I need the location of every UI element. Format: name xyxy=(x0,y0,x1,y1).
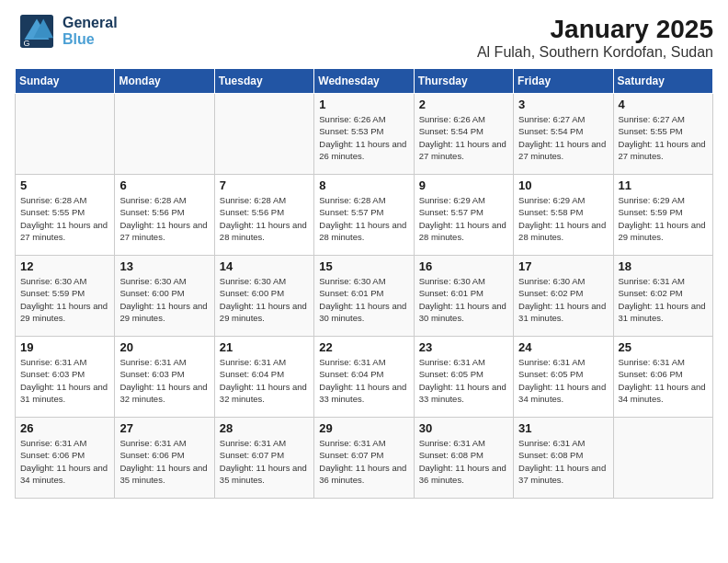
week-row-4: 19Sunrise: 6:31 AM Sunset: 6:03 PM Dayli… xyxy=(16,337,713,418)
day-cell: 18Sunrise: 6:31 AM Sunset: 6:02 PM Dayli… xyxy=(613,256,712,337)
day-number: 5 xyxy=(20,178,109,192)
day-info: Sunrise: 6:31 AM Sunset: 6:08 PM Dayligh… xyxy=(419,437,508,486)
day-info: Sunrise: 6:28 AM Sunset: 5:56 PM Dayligh… xyxy=(220,194,309,243)
day-cell: 30Sunrise: 6:31 AM Sunset: 6:08 PM Dayli… xyxy=(414,418,513,499)
day-info: Sunrise: 6:31 AM Sunset: 6:07 PM Dayligh… xyxy=(220,437,309,486)
day-cell: 20Sunrise: 6:31 AM Sunset: 6:03 PM Dayli… xyxy=(115,337,214,418)
day-cell: 8Sunrise: 6:28 AM Sunset: 5:57 PM Daylig… xyxy=(314,175,414,256)
day-cell xyxy=(613,418,712,499)
day-info: Sunrise: 6:31 AM Sunset: 6:03 PM Dayligh… xyxy=(20,356,109,405)
day-cell: 5Sunrise: 6:28 AM Sunset: 5:55 PM Daylig… xyxy=(16,175,115,256)
day-info: Sunrise: 6:31 AM Sunset: 6:04 PM Dayligh… xyxy=(220,356,309,405)
day-cell: 25Sunrise: 6:31 AM Sunset: 6:06 PM Dayli… xyxy=(613,337,712,418)
calendar-table: SundayMondayTuesdayWednesdayThursdayFrid… xyxy=(15,68,713,499)
day-cell: 10Sunrise: 6:29 AM Sunset: 5:58 PM Dayli… xyxy=(514,175,613,256)
day-info: Sunrise: 6:26 AM Sunset: 5:53 PM Dayligh… xyxy=(319,113,408,162)
day-cell: 22Sunrise: 6:31 AM Sunset: 6:04 PM Dayli… xyxy=(314,337,414,418)
week-row-5: 26Sunrise: 6:31 AM Sunset: 6:06 PM Dayli… xyxy=(16,418,713,499)
day-number: 14 xyxy=(220,259,309,273)
day-cell: 11Sunrise: 6:29 AM Sunset: 5:59 PM Dayli… xyxy=(613,175,712,256)
day-number: 30 xyxy=(419,421,508,435)
day-number: 3 xyxy=(518,98,608,111)
day-number: 20 xyxy=(119,340,209,354)
day-info: Sunrise: 6:30 AM Sunset: 5:59 PM Dayligh… xyxy=(20,275,109,324)
day-number: 9 xyxy=(419,178,508,192)
day-cell: 3Sunrise: 6:27 AM Sunset: 5:54 PM Daylig… xyxy=(514,94,613,175)
day-number: 16 xyxy=(419,259,508,273)
day-cell: 6Sunrise: 6:28 AM Sunset: 5:56 PM Daylig… xyxy=(115,175,214,256)
day-cell: 7Sunrise: 6:28 AM Sunset: 5:56 PM Daylig… xyxy=(214,175,313,256)
day-info: Sunrise: 6:31 AM Sunset: 6:06 PM Dayligh… xyxy=(20,437,109,486)
day-cell: 14Sunrise: 6:30 AM Sunset: 6:00 PM Dayli… xyxy=(214,256,313,337)
day-info: Sunrise: 6:29 AM Sunset: 5:58 PM Dayligh… xyxy=(518,194,608,243)
day-cell: 21Sunrise: 6:31 AM Sunset: 6:04 PM Dayli… xyxy=(214,337,313,418)
day-cell: 12Sunrise: 6:30 AM Sunset: 5:59 PM Dayli… xyxy=(16,256,115,337)
day-info: Sunrise: 6:30 AM Sunset: 6:00 PM Dayligh… xyxy=(119,275,209,324)
week-row-3: 12Sunrise: 6:30 AM Sunset: 5:59 PM Dayli… xyxy=(16,256,713,337)
day-number: 11 xyxy=(619,178,708,192)
day-cell xyxy=(214,94,313,175)
day-number: 17 xyxy=(518,259,608,273)
day-cell: 13Sunrise: 6:30 AM Sunset: 6:00 PM Dayli… xyxy=(115,256,214,337)
day-info: Sunrise: 6:31 AM Sunset: 6:03 PM Dayligh… xyxy=(119,356,209,405)
day-number: 8 xyxy=(319,178,408,192)
day-cell: 24Sunrise: 6:31 AM Sunset: 6:05 PM Dayli… xyxy=(514,337,613,418)
day-number: 4 xyxy=(619,98,708,111)
day-info: Sunrise: 6:31 AM Sunset: 6:05 PM Dayligh… xyxy=(518,356,608,405)
day-info: Sunrise: 6:31 AM Sunset: 6:05 PM Dayligh… xyxy=(419,356,508,405)
logo-name: General Blue xyxy=(63,15,118,47)
day-info: Sunrise: 6:26 AM Sunset: 5:54 PM Dayligh… xyxy=(419,113,508,162)
day-number: 19 xyxy=(20,340,109,354)
calendar-header-row: SundayMondayTuesdayWednesdayThursdayFrid… xyxy=(16,69,713,94)
day-cell: 26Sunrise: 6:31 AM Sunset: 6:06 PM Dayli… xyxy=(16,418,115,499)
day-number: 10 xyxy=(518,178,608,192)
day-number: 23 xyxy=(419,340,508,354)
week-row-1: 1Sunrise: 6:26 AM Sunset: 5:53 PM Daylig… xyxy=(16,94,713,175)
day-number: 26 xyxy=(20,421,109,435)
day-cell: 4Sunrise: 6:27 AM Sunset: 5:55 PM Daylig… xyxy=(613,94,712,175)
logo-line1: General xyxy=(63,15,118,30)
day-info: Sunrise: 6:30 AM Sunset: 6:01 PM Dayligh… xyxy=(419,275,508,324)
day-info: Sunrise: 6:31 AM Sunset: 6:07 PM Dayligh… xyxy=(319,437,408,486)
day-number: 1 xyxy=(319,98,408,111)
day-info: Sunrise: 6:31 AM Sunset: 6:04 PM Dayligh… xyxy=(319,356,408,405)
day-number: 27 xyxy=(119,421,209,435)
day-number: 28 xyxy=(220,421,309,435)
day-info: Sunrise: 6:28 AM Sunset: 5:57 PM Dayligh… xyxy=(319,194,408,243)
day-info: Sunrise: 6:30 AM Sunset: 6:02 PM Dayligh… xyxy=(518,275,608,324)
col-header-sunday: Sunday xyxy=(16,69,115,94)
day-cell: 29Sunrise: 6:31 AM Sunset: 6:07 PM Dayli… xyxy=(314,418,414,499)
col-header-wednesday: Wednesday xyxy=(314,69,414,94)
day-info: Sunrise: 6:31 AM Sunset: 6:06 PM Dayligh… xyxy=(119,437,209,486)
day-cell: 28Sunrise: 6:31 AM Sunset: 6:07 PM Dayli… xyxy=(214,418,313,499)
day-number: 18 xyxy=(619,259,708,273)
day-cell xyxy=(115,94,214,175)
logo: G General Blue xyxy=(15,15,118,48)
day-cell: 31Sunrise: 6:31 AM Sunset: 6:08 PM Dayli… xyxy=(514,418,613,499)
week-row-2: 5Sunrise: 6:28 AM Sunset: 5:55 PM Daylig… xyxy=(16,175,713,256)
day-cell: 16Sunrise: 6:30 AM Sunset: 6:01 PM Dayli… xyxy=(414,256,513,337)
day-info: Sunrise: 6:30 AM Sunset: 6:00 PM Dayligh… xyxy=(220,275,309,324)
calendar-title: January 2025 xyxy=(477,15,713,44)
day-number: 22 xyxy=(319,340,408,354)
day-cell: 17Sunrise: 6:30 AM Sunset: 6:02 PM Dayli… xyxy=(514,256,613,337)
day-info: Sunrise: 6:28 AM Sunset: 5:56 PM Dayligh… xyxy=(119,194,209,243)
col-header-saturday: Saturday xyxy=(613,69,712,94)
day-info: Sunrise: 6:31 AM Sunset: 6:08 PM Dayligh… xyxy=(518,437,608,486)
day-number: 25 xyxy=(619,340,708,354)
day-number: 6 xyxy=(119,178,209,192)
day-info: Sunrise: 6:31 AM Sunset: 6:06 PM Dayligh… xyxy=(619,356,708,405)
day-info: Sunrise: 6:30 AM Sunset: 6:01 PM Dayligh… xyxy=(319,275,408,324)
page-header: G General Blue January 2025 Al Fulah, So… xyxy=(15,15,713,61)
day-number: 2 xyxy=(419,98,508,111)
day-cell: 2Sunrise: 6:26 AM Sunset: 5:54 PM Daylig… xyxy=(414,94,513,175)
col-header-friday: Friday xyxy=(514,69,613,94)
day-number: 13 xyxy=(119,259,209,273)
day-cell xyxy=(16,94,115,175)
day-number: 21 xyxy=(220,340,309,354)
day-number: 7 xyxy=(220,178,309,192)
col-header-monday: Monday xyxy=(115,69,214,94)
day-number: 24 xyxy=(518,340,608,354)
day-number: 12 xyxy=(20,259,109,273)
day-cell: 9Sunrise: 6:29 AM Sunset: 5:57 PM Daylig… xyxy=(414,175,513,256)
